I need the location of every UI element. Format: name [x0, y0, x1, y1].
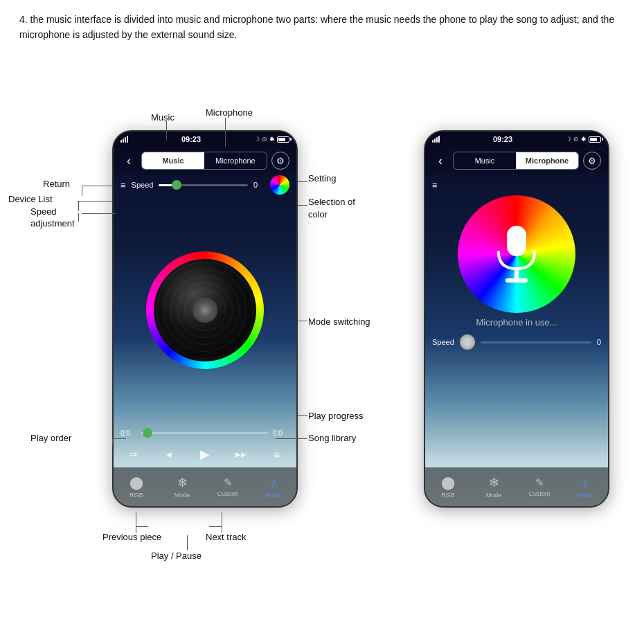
mode-icon-right: ❄ — [489, 475, 499, 490]
play-pause-button-left[interactable]: ▶ — [195, 447, 215, 462]
back-button-right[interactable]: ‹ — [432, 154, 449, 168]
signal-bar-r4 — [438, 136, 440, 143]
annotation-next-track: Next track — [206, 532, 247, 542]
play-order-button-left[interactable]: ⇒ — [123, 448, 143, 460]
progress-track-left[interactable] — [141, 432, 269, 434]
rgb-label-left: RGB — [129, 492, 143, 499]
device-list-icon-left[interactable]: ≡ — [120, 180, 126, 190]
custom-label-left: Custom — [217, 490, 238, 497]
annotation-previous: Previous piece — [102, 532, 161, 542]
bottom-tab-custom-right[interactable]: ✎ Custom — [517, 467, 562, 506]
speed-v-line — [78, 213, 79, 222]
tab-music-right[interactable]: Music — [454, 152, 516, 169]
custom-icon-left: ✎ — [224, 476, 233, 489]
status-time-left: 09:23 — [181, 135, 201, 143]
control-bar-right: ≡ — [425, 175, 608, 195]
speed-track-right[interactable] — [481, 341, 591, 343]
speed-thumb-right[interactable] — [460, 334, 475, 350]
annotation-microphone: Microphone — [206, 107, 253, 118]
library-button-left[interactable]: ≡ — [267, 449, 287, 460]
speed-slider-left[interactable] — [159, 184, 248, 186]
phone-right-screen: 09:23 ☽ ⊙ ✱ ‹ Music Microphone ⚙ ≡ — [425, 132, 608, 506]
prev-button-left[interactable]: ◂ — [159, 448, 179, 460]
nav-bar-left: ‹ Music Microphone ⚙ — [114, 147, 296, 175]
wifi-icon-left: ⊙ — [262, 136, 267, 143]
color-wheel-left[interactable] — [270, 175, 289, 195]
status-bar-right: 09:23 ☽ ⊙ ✱ — [425, 132, 608, 147]
bottom-tab-custom-left[interactable]: ✎ Custom — [205, 467, 251, 506]
mic-area-right — [425, 195, 608, 313]
next-button-left[interactable]: ▸▸ — [231, 448, 251, 460]
svg-rect-1 — [515, 269, 519, 278]
bottom-tab-mode-right[interactable]: ❄ Mode — [471, 467, 517, 506]
mic-in-use-right: Microphone in use... — [425, 313, 608, 332]
svg-rect-2 — [506, 278, 528, 283]
progress-end-left: 0:0 — [273, 429, 289, 437]
bottom-tab-music-right[interactable]: ♪ Music — [562, 467, 608, 506]
playback-controls-left: ⇒ ◂ ▶ ▸▸ ≡ — [114, 441, 296, 467]
status-icons-left: ☽ ⊙ ✱ — [254, 136, 289, 143]
mode-icon-left: ❄ — [177, 475, 188, 490]
rgb-label-right: RGB — [441, 492, 455, 499]
tab-microphone-left[interactable]: Microphone — [204, 152, 267, 169]
progress-thumb-left[interactable] — [143, 428, 152, 438]
selection-color-line — [298, 205, 307, 206]
signal-area-left — [120, 136, 128, 143]
phone-left-screen: 09:23 ☽ ⊙ ✱ ‹ Music Microphone ⚙ ≡ — [114, 132, 296, 506]
speed-slider-thumb-left[interactable] — [172, 180, 181, 190]
device-list-v-line — [78, 201, 79, 211]
music-label-right: Music — [577, 492, 593, 499]
custom-icon-right: ✎ — [535, 476, 544, 489]
bottom-tab-mode-left[interactable]: ❄ Mode — [159, 467, 205, 506]
next-v-line — [222, 512, 222, 533]
annotation-speed: Speedadjustment — [30, 206, 75, 230]
signal-bar-r2 — [434, 138, 436, 143]
speed-value-left: 0 — [253, 181, 265, 189]
bluetooth-icon-right: ✱ — [581, 136, 587, 143]
bottom-tab-rgb-right[interactable]: ⬤ RGB — [425, 467, 471, 506]
status-bar-left: 09:23 ☽ ⊙ ✱ — [114, 132, 296, 147]
settings-button-left[interactable]: ⚙ — [271, 152, 289, 170]
bottom-tab-music-left[interactable]: ♪ Music — [251, 467, 296, 506]
mic-inner-right — [465, 202, 569, 306]
annotation-song-library: Song library — [308, 433, 356, 443]
device-list-line — [78, 201, 114, 202]
tab-music-left[interactable]: Music — [142, 152, 204, 169]
annotation-mode-switching: Mode switching — [308, 316, 370, 327]
annotation-device-list: Device List — [8, 194, 53, 204]
tab-group-left: Music Microphone — [141, 152, 267, 170]
signal-bars-right — [432, 136, 440, 143]
battery-left — [277, 136, 289, 143]
battery-right — [589, 136, 601, 143]
signal-bar-r3 — [436, 137, 438, 143]
speed-line — [82, 213, 116, 214]
phone-right: 09:23 ☽ ⊙ ✱ ‹ Music Microphone ⚙ ≡ — [424, 130, 609, 508]
bottom-tab-rgb-left[interactable]: ⬤ RGB — [114, 467, 159, 506]
tab-microphone-right[interactable]: Microphone — [516, 152, 578, 169]
bottom-tabs-right: ⬤ RGB ❄ Mode ✎ Custom ♪ Music — [425, 467, 608, 506]
rgb-icon-left: ⬤ — [129, 475, 143, 490]
return-v-line — [82, 186, 82, 196]
rgb-icon-right: ⬤ — [441, 475, 455, 490]
vinyl-center-left — [193, 298, 217, 323]
back-button-left[interactable]: ‹ — [120, 154, 137, 168]
status-time-right: 09:23 — [493, 135, 512, 143]
settings-button-right[interactable]: ⚙ — [583, 152, 601, 170]
vinyl-area-left — [114, 195, 296, 424]
progress-area-left: 0:0 0:0 — [114, 424, 296, 441]
device-list-icon-right[interactable]: ≡ — [432, 180, 438, 190]
spacer-right — [425, 352, 608, 467]
microphone-svg — [489, 223, 544, 285]
bluetooth-icon-left: ✱ — [269, 136, 275, 143]
annotation-return: Return — [43, 179, 70, 189]
prev-v-line — [136, 512, 136, 533]
battery-fill-left — [278, 138, 285, 141]
annotation-music: Music — [151, 112, 175, 123]
gear-icon-left: ⚙ — [276, 156, 285, 166]
tab-group-right: Music Microphone — [453, 152, 579, 170]
setting-line — [298, 181, 307, 182]
vinyl-record-left — [146, 251, 264, 369]
moon-icon-left: ☽ — [254, 136, 260, 143]
annotation-selection-color: Selection ofcolor — [308, 196, 355, 221]
annotation-play-pause: Play / Pause — [151, 551, 202, 561]
